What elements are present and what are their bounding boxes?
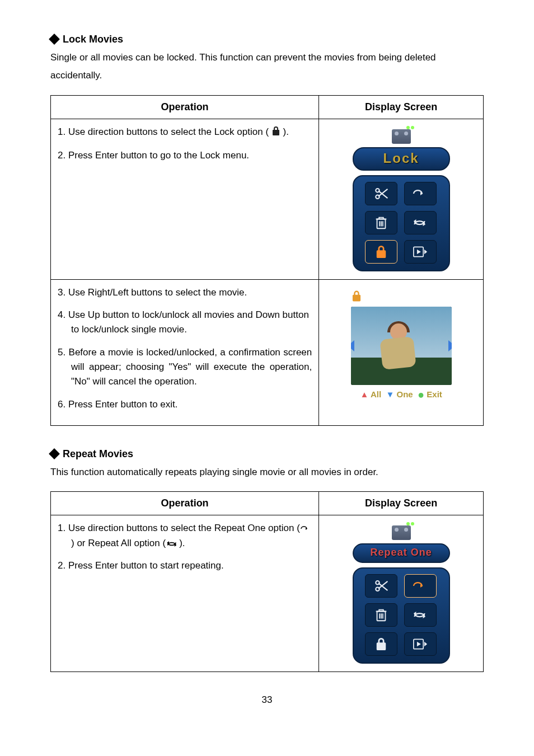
col-operation: Operation bbox=[51, 95, 319, 119]
trash-icon bbox=[365, 603, 397, 627]
repeat-all-icon bbox=[404, 603, 437, 627]
lock-op-row1: 1. Use direction buttons to select the L… bbox=[51, 119, 319, 279]
lock-table: Operation Display Screen 1. Use directio… bbox=[50, 95, 484, 426]
film-icon bbox=[392, 525, 411, 540]
lock-icon bbox=[365, 632, 397, 656]
diamond-icon bbox=[49, 448, 60, 459]
lock-step6: 6. Press Enter button to exit. bbox=[58, 397, 312, 412]
slideshow-icon bbox=[404, 240, 437, 264]
scissors-icon bbox=[365, 182, 397, 205]
title-pill-repeat: Repeat One bbox=[353, 543, 450, 563]
section-intro-repeat: This function automatically repeats play… bbox=[50, 463, 484, 481]
lock-display-row1: Lock bbox=[319, 119, 484, 279]
repeat-one-icon-highlighted bbox=[404, 574, 437, 598]
repeat-step2: 2. Press Enter button to start repeating… bbox=[58, 558, 312, 573]
section-heading-repeat: Repeat Movies bbox=[50, 448, 484, 460]
page-number: 33 bbox=[50, 694, 484, 706]
scissors-icon bbox=[365, 574, 397, 598]
trash-icon bbox=[365, 211, 397, 234]
menu-panel-lock bbox=[353, 175, 450, 271]
lock-step1-a: 1. Use direction buttons to select the L… bbox=[58, 126, 269, 137]
legend-bar: ▲ All ▼ One ● Exit bbox=[349, 388, 453, 401]
repeat-one-inline-icon bbox=[300, 523, 311, 533]
lock-icon-highlighted bbox=[365, 240, 397, 264]
lock-step1-b: ). bbox=[283, 126, 289, 137]
heading-text: Lock Movies bbox=[63, 34, 123, 45]
lock-step4: 4. Use Up button to lock/unlock all movi… bbox=[58, 308, 312, 337]
section-heading-lock: Lock Movies bbox=[50, 34, 484, 45]
lock-display-row2: ▲ All ▼ One ● Exit bbox=[319, 279, 484, 425]
legend-all: All bbox=[371, 389, 381, 399]
up-triangle-icon: ▲ bbox=[360, 389, 368, 399]
legend-one: One bbox=[396, 389, 413, 399]
preview-image bbox=[351, 307, 452, 385]
col-operation: Operation bbox=[51, 492, 319, 515]
legend-exit: Exit bbox=[427, 389, 442, 399]
section-intro-lock: Single or all movies can be locked. This… bbox=[50, 49, 484, 85]
repeat-all-icon bbox=[404, 211, 437, 234]
repeat-step1b: ) or Repeat All option ( bbox=[71, 538, 166, 548]
repeat-step1c: ). bbox=[179, 538, 185, 548]
heading-text: Repeat Movies bbox=[63, 448, 133, 459]
lock-step2: 2. Press Enter button to go to the Lock … bbox=[58, 148, 312, 163]
nav-left-icon bbox=[351, 340, 354, 351]
repeat-op-row1: 1. Use direction buttons to select the R… bbox=[51, 515, 319, 672]
repeat-all-inline-icon bbox=[166, 538, 179, 548]
repeat-display-row1: Repeat One bbox=[319, 515, 484, 672]
title-pill-lock: Lock bbox=[353, 147, 450, 171]
col-display: Display Screen bbox=[319, 95, 484, 119]
repeat-one-icon bbox=[404, 182, 437, 205]
ok-circle-icon: ● bbox=[418, 388, 424, 401]
lock-icon bbox=[271, 126, 280, 140]
film-icon bbox=[392, 129, 411, 144]
repeat-table: Operation Display Screen 1. Use directio… bbox=[50, 491, 484, 672]
lock-indicator-icon bbox=[345, 290, 457, 307]
diamond-icon bbox=[49, 34, 60, 45]
lock-op-row2: 3. Use Right/Left buttons to select the … bbox=[51, 279, 319, 425]
down-triangle-icon: ▼ bbox=[386, 389, 394, 399]
nav-right-icon bbox=[448, 340, 452, 351]
repeat-step1a: 1. Use direction buttons to select the R… bbox=[58, 523, 300, 533]
slideshow-icon bbox=[404, 632, 437, 656]
col-display: Display Screen bbox=[319, 492, 484, 515]
lock-step3: 3. Use Right/Left buttons to select the … bbox=[58, 285, 312, 300]
menu-panel-repeat bbox=[353, 567, 450, 664]
lock-step5: 5. Before a movie is locked/unlocked, a … bbox=[58, 345, 312, 389]
